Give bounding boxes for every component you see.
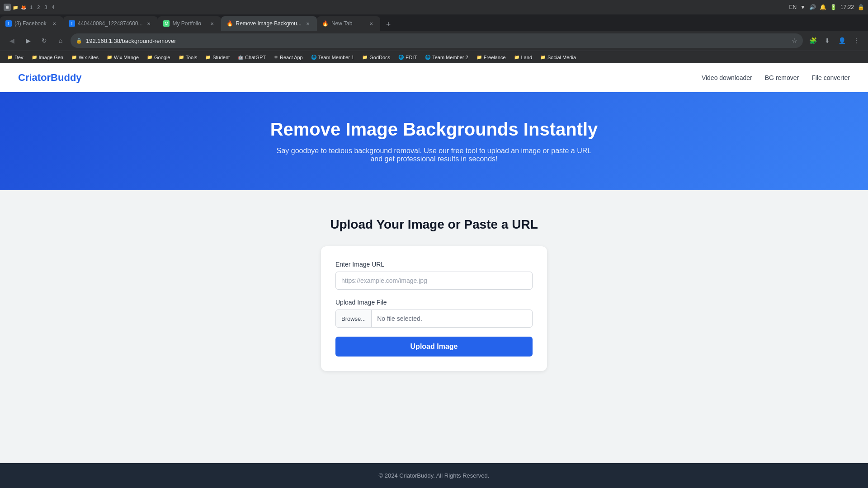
- bookmark-label: Social Media: [547, 55, 576, 60]
- bookmark-label: GodDocs: [369, 55, 390, 60]
- lock-icon: 🔒: [76, 38, 82, 44]
- title-bar: 🖥 📁 🦊 1 2 3 4 EN ▼ 🔊 🔔 🔋 17:22 🔒: [0, 0, 868, 14]
- tab-close-facebook[interactable]: ✕: [51, 20, 58, 27]
- bookmark-teammember2[interactable]: 🌐Team Member 2: [421, 52, 472, 62]
- nav-bg-remover[interactable]: BG remover: [765, 74, 799, 81]
- bookmark-folder-icon: 📁: [107, 55, 112, 60]
- bookmark-folder-icon: 📁: [32, 55, 37, 60]
- bookmark-goddocs[interactable]: 📁GodDocs: [359, 52, 394, 62]
- bookmark-label: Image Gen: [39, 55, 63, 60]
- bookmark-google[interactable]: 📁Google: [143, 52, 174, 62]
- site-nav-links: Video downloader BG remover File convert…: [702, 74, 850, 81]
- menu-button[interactable]: ⋮: [850, 34, 863, 47]
- nav-video-downloader[interactable]: Video downloader: [702, 74, 752, 81]
- bookmark-label: Team Member 2: [432, 55, 468, 60]
- bookmarks-bar: 📁Dev 📁Image Gen 📁Wix sites 📁Wix Mange 📁G…: [0, 51, 868, 63]
- home-button[interactable]: ⌂: [54, 34, 67, 47]
- file-upload-area: Browse... No file selected.: [335, 310, 533, 328]
- tab-bg-remover[interactable]: 🔥 Remove Image Backgrou... ✕: [221, 16, 316, 31]
- hero-title: Remove Image Backgrounds Instantly: [18, 119, 850, 140]
- firefox-icon[interactable]: 🦊: [20, 4, 27, 11]
- site-footer: © 2024 CriatorBuddy. All Rights Reserved…: [0, 463, 868, 488]
- bookmark-edit[interactable]: 🌐EDIT: [395, 52, 420, 62]
- hero-section: Remove Image Backgrounds Instantly Say g…: [0, 92, 868, 190]
- tab-close-portfolio[interactable]: ✕: [208, 20, 216, 27]
- tab-favicon-facebook: f: [5, 20, 12, 27]
- tab-close-bg-remover[interactable]: ✕: [304, 20, 311, 27]
- bookmark-label: Tools: [186, 55, 198, 60]
- bookmark-student[interactable]: 📁Student: [202, 52, 233, 62]
- tab-portfolio[interactable]: M My Portfolio ✕: [158, 16, 221, 31]
- file-field-label: Upload Image File: [335, 299, 533, 306]
- bookmark-imagegen[interactable]: 📁Image Gen: [28, 52, 67, 62]
- bookmark-folder-icon: 📁: [476, 55, 482, 60]
- chatgpt-icon: 🤖: [238, 55, 243, 60]
- tab-title-portfolio: My Portfolio: [172, 20, 206, 27]
- tab-favicon-bg-remover: 🔥: [226, 20, 233, 27]
- bookmark-folder-icon: 📁: [147, 55, 152, 60]
- bookmark-freelance[interactable]: 📁Freelance: [473, 52, 509, 62]
- website-content: CriatorBuddy Video downloader BG remover…: [0, 63, 868, 488]
- footer-text: © 2024 CriatorBuddy. All Rights Reserved…: [379, 472, 490, 479]
- bookmark-label: ChatGPT: [245, 55, 266, 60]
- bookmark-socialmedia[interactable]: 📁Social Media: [537, 52, 580, 62]
- files-icon[interactable]: 📁: [12, 4, 19, 11]
- tab-facebook[interactable]: f (3) Facebook ✕: [0, 16, 63, 31]
- bookmark-land[interactable]: 📁Land: [510, 52, 536, 62]
- tab-title-bg-remover: Remove Image Backgrou...: [236, 20, 301, 27]
- tab-favicon-img440: f: [69, 20, 75, 27]
- site-logo: CriatorBuddy: [18, 72, 702, 84]
- bookmark-dev[interactable]: 📁Dev: [4, 52, 27, 62]
- bookmark-teammember1[interactable]: 🌐Team Member 1: [307, 52, 358, 62]
- bookmark-folder-icon: 📁: [362, 55, 368, 60]
- react-icon: ⚛: [274, 55, 278, 60]
- forward-button[interactable]: ▶: [22, 34, 34, 47]
- profile-button[interactable]: 👤: [835, 34, 848, 47]
- browse-label: Browse...: [341, 315, 366, 322]
- bookmark-chatgpt[interactable]: 🤖ChatGPT: [234, 52, 269, 62]
- tab-close-new-tab[interactable]: ✕: [368, 20, 375, 27]
- url-input[interactable]: [335, 272, 533, 290]
- section-title: Upload Your Image or Paste a URL: [330, 217, 538, 232]
- url-field-label: Enter Image URL: [335, 261, 533, 268]
- address-bar[interactable]: 🔒 192.168.1.38/background-remover ☆: [71, 33, 803, 48]
- clock: 17:22: [840, 4, 854, 10]
- tab-img440[interactable]: f 440440084_1224874600... ✕: [63, 16, 158, 31]
- toolbar: ◀ ▶ ↻ ⌂ 🔒 192.168.1.38/background-remove…: [0, 31, 868, 51]
- reload-button[interactable]: ↻: [38, 34, 51, 47]
- bookmark-reactapp[interactable]: ⚛React App: [270, 52, 307, 62]
- browser-frame: 🖥 📁 🦊 1 2 3 4 EN ▼ 🔊 🔔 🔋 17:22 🔒 f (3) F…: [0, 0, 868, 488]
- download-button[interactable]: ⬇: [821, 34, 834, 47]
- bookmark-star-icon[interactable]: ☆: [792, 37, 797, 44]
- back-button[interactable]: ◀: [5, 34, 18, 47]
- bookmark-globe-icon: 🌐: [398, 55, 404, 60]
- bookmark-label: Land: [521, 55, 532, 60]
- app-icon: 🖥: [4, 4, 11, 11]
- wifi-icon: ▼: [800, 4, 806, 10]
- extensions-button[interactable]: 🧩: [807, 34, 819, 47]
- tab-close-img440[interactable]: ✕: [145, 20, 152, 27]
- bookmark-folder-icon: 📁: [7, 55, 13, 60]
- tab-favicon-new-tab: 🔥: [322, 20, 329, 27]
- bookmark-folder-icon: 📁: [540, 55, 546, 60]
- bookmark-wixmange[interactable]: 📁Wix Mange: [103, 52, 142, 62]
- bookmark-folder-icon: 📁: [514, 55, 519, 60]
- upload-button[interactable]: Upload Image: [335, 337, 533, 357]
- bookmark-label: EDIT: [406, 55, 417, 60]
- browse-button[interactable]: Browse...: [336, 310, 372, 327]
- lock-icon: 🔒: [858, 4, 864, 10]
- bookmark-tools[interactable]: 📁Tools: [175, 52, 201, 62]
- nav-file-converter[interactable]: File converter: [811, 74, 850, 81]
- tab-title-new-tab: New Tab: [331, 20, 365, 27]
- new-tab-button[interactable]: +: [382, 18, 395, 31]
- site-nav: CriatorBuddy Video downloader BG remover…: [0, 63, 868, 92]
- bookmark-label: Freelance: [484, 55, 506, 60]
- volume-icon: 🔊: [809, 4, 816, 10]
- tab-new-tab[interactable]: 🔥 New Tab ✕: [317, 16, 380, 31]
- bookmark-label: Google: [154, 55, 170, 60]
- bookmark-label: Student: [212, 55, 230, 60]
- toolbar-right-buttons: 🧩 ⬇ 👤 ⋮: [807, 34, 863, 47]
- bookmark-label: Dev: [14, 55, 24, 60]
- bookmark-globe-icon: 🌐: [311, 55, 316, 60]
- bookmark-wixsites[interactable]: 📁Wix sites: [68, 52, 102, 62]
